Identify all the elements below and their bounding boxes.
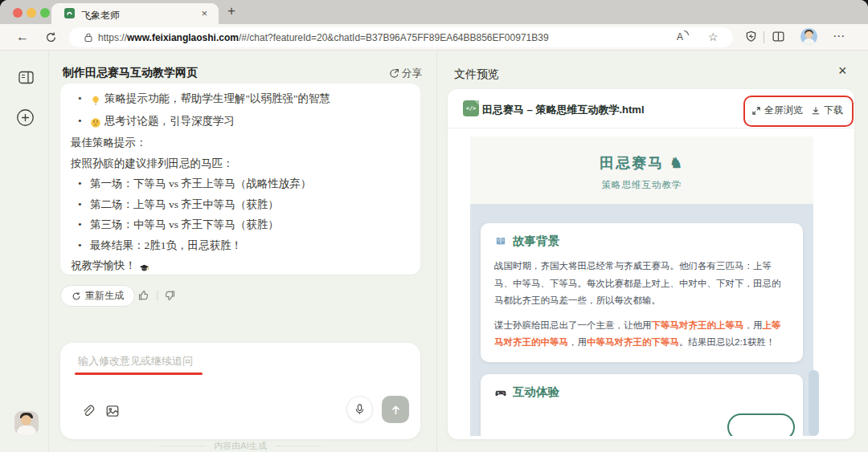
preview-scrollbar-thumb[interactable] <box>809 370 819 436</box>
feature-text: 思考讨论题，引导深度学习 <box>104 115 235 127</box>
race-bullet: 第三场：中等马 vs 齐王下等马（获胜） <box>60 214 420 235</box>
site-favicon <box>64 8 75 18</box>
story-card: 故事背景 战国时期，齐国大将田忌经常与齐威王赛马。他们各有三匹马：上等马、中等马… <box>481 223 803 362</box>
favorites-star-icon[interactable]: ☆ <box>708 31 719 43</box>
file-name: 田忌赛马 – 策略思维互动教学.html <box>482 103 645 117</box>
story-heading-row: 故事背景 <box>494 234 789 249</box>
browser-profile-avatar[interactable] <box>800 28 817 45</box>
interactive-heading: 互动体验 <box>513 385 559 400</box>
conversation-title: 制作田忌赛马互动教学网页 <box>63 66 198 80</box>
regenerate-label: 重新生成 <box>85 289 124 303</box>
ai-generated-notice: 内容由AI生成 <box>60 440 420 452</box>
ai-notice-text: 内容由AI生成 <box>214 440 266 452</box>
split-screen-icon[interactable] <box>772 30 785 43</box>
preview-page-header: 田忌赛马 ♞ 策略思维互动教学 <box>470 136 813 204</box>
preview-panel-title: 文件预览 <box>454 67 499 82</box>
book-icon <box>494 234 507 248</box>
feedback-divider: | <box>156 288 158 300</box>
share-button[interactable]: 分享 <box>389 67 422 80</box>
tab-title: 飞象老师 <box>81 9 120 22</box>
url-bar[interactable]: https://www.feixianglaoshi.com/#/chat?fe… <box>69 27 733 47</box>
share-label: 分享 <box>402 67 422 80</box>
browser-window: 飞象老师 × + ← https://www.feixianglaoshi.co… <box>0 0 868 452</box>
preview-close-icon[interactable]: × <box>838 63 847 79</box>
horse-icon: ♞ <box>669 155 684 171</box>
file-preview-card: </> 田忌赛马 – 策略思维互动教学.html 全屏浏览 下载 田忌赛马 ♞ … <box>448 89 854 439</box>
toolbar-divider <box>764 31 764 43</box>
user-avatar[interactable] <box>14 411 39 435</box>
race-bullet: 第一场：下等马 vs 齐王上等马（战略性放弃） <box>60 173 420 194</box>
rail-divider <box>48 51 49 452</box>
send-button[interactable] <box>382 396 409 423</box>
preview-page-subtitle: 策略思维互动教学 <box>470 179 813 191</box>
feature-text: 策略提示功能，帮助学生理解"以弱胜强"的智慧 <box>104 92 330 104</box>
thumbs-down-icon[interactable] <box>163 289 176 302</box>
new-chat-button[interactable] <box>16 108 35 127</box>
back-icon[interactable]: ← <box>16 30 29 44</box>
html-preview-viewport[interactable]: 田忌赛马 ♞ 策略思维互动教学 故事背景 战国时期，齐国大将田忌经常与齐威王赛马… <box>470 136 813 436</box>
regenerate-icon <box>72 291 81 301</box>
new-tab-button[interactable]: + <box>227 3 235 19</box>
url-text: https://www.feixianglaoshi.com/#/chat?fe… <box>98 32 549 43</box>
tip-heading: 最佳策略提示： <box>60 132 420 153</box>
regenerate-button[interactable]: 重新生成 <box>60 285 135 307</box>
closing-text: 祝教学愉快！ <box>71 259 136 271</box>
race-bullet: 第二场：上等马 vs 齐王中等马（获胜） <box>60 194 420 215</box>
red-underline-annotation <box>75 373 203 375</box>
interactive-heading-row: 互动体验 <box>494 385 789 400</box>
tab-close-icon[interactable]: × <box>201 7 207 19</box>
assistant-message: 策略提示功能，帮助学生理解"以弱胜强"的智慧 思考讨论题，引导深度学习 最佳策略… <box>60 83 420 275</box>
race-bullet: 最终结果：2胜1负，田忌获胜！ <box>60 235 420 256</box>
url-path: /#/chat?featureId=20&chatId=B37B96A75FF8… <box>239 32 549 43</box>
gamepad-icon <box>494 385 507 399</box>
browser-tab[interactable]: 飞象老师 × <box>51 3 219 24</box>
voice-input-button[interactable] <box>346 396 373 422</box>
thinking-face-icon <box>90 112 101 133</box>
lightbulb-icon <box>90 90 101 111</box>
red-annotation-box <box>743 96 854 127</box>
story-heading: 故事背景 <box>513 234 559 249</box>
panel-divider <box>436 51 437 452</box>
feature-bullet: 思考讨论题，引导深度学习 <box>60 111 420 133</box>
minimize-window-button[interactable] <box>27 8 36 18</box>
zoom-window-button[interactable] <box>40 8 50 18</box>
close-window-button[interactable] <box>13 8 23 18</box>
feature-bullet: 策略提示功能，帮助学生理解"以弱胜强"的智慧 <box>60 88 420 111</box>
story-paragraph-2: 谋士孙膑给田忌出了一个主意，让他用下等马对齐王的上等马，用上等马对齐王的中等马，… <box>494 317 789 352</box>
insert-image-icon[interactable] <box>105 404 120 418</box>
url-domain: www.feixianglaoshi.com <box>127 32 239 43</box>
story-paragraph-1: 战国时期，齐国大将田忌经常与齐威王赛马。他们各有三匹马：上等马、中等马、下等马。… <box>494 258 789 310</box>
preview-page-title: 田忌赛马 ♞ <box>470 136 813 173</box>
interactive-card: 互动体验 <box>481 374 803 436</box>
tip-subheading: 按照孙膑的建议排列田忌的马匹： <box>60 153 420 174</box>
chat-input-card <box>60 343 420 439</box>
attach-file-icon[interactable] <box>81 404 95 418</box>
browser-toolbar: ← https://www.feixianglaoshi.com/#/chat?… <box>0 24 868 51</box>
closing-line: 祝教学愉快！ <box>60 255 420 275</box>
preview-content-band: 故事背景 战国时期，齐国大将田忌经常与齐威王赛马。他们各有三匹马：上等马、中等马… <box>470 204 813 436</box>
url-scheme: https:// <box>98 32 127 43</box>
tab-strip: 飞象老师 × + <box>0 0 868 24</box>
sidebar-toggle-icon[interactable] <box>18 71 34 84</box>
browser-menu-icon[interactable]: ⋯ <box>833 29 845 43</box>
browser-essentials-icon[interactable] <box>744 30 758 43</box>
html-file-icon: </> <box>463 100 479 116</box>
share-icon <box>389 68 399 79</box>
preview-action-button[interactable] <box>727 413 795 436</box>
read-aloud-icon[interactable]: A <box>677 31 683 43</box>
reload-icon[interactable] <box>45 31 57 43</box>
graduation-cap-icon <box>138 257 150 275</box>
thumbs-up-icon[interactable] <box>137 289 150 302</box>
lock-icon[interactable] <box>84 32 93 43</box>
